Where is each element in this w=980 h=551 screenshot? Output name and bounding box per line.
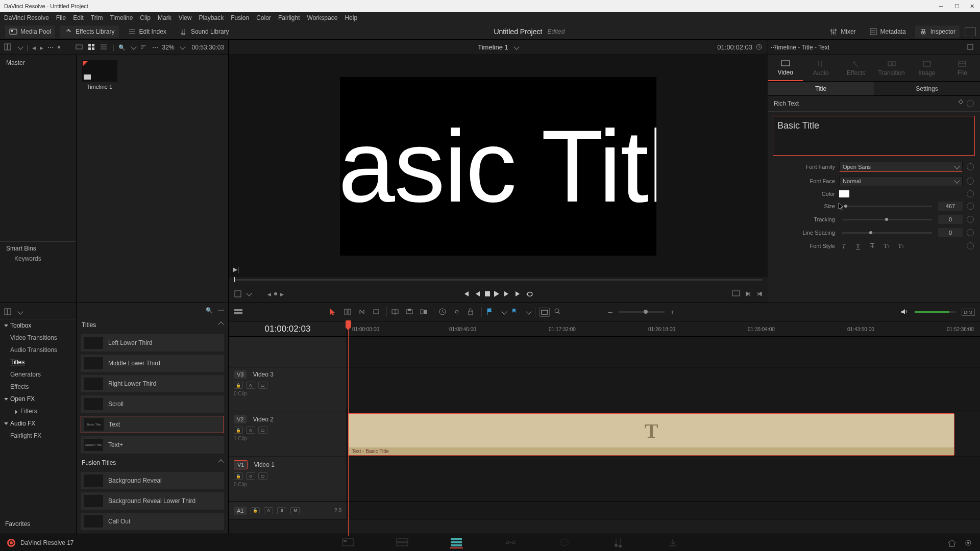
nav-more[interactable] <box>47 44 54 51</box>
track-auto-select[interactable]: ◇ <box>246 427 255 434</box>
subtab-settings[interactable]: Settings <box>874 82 980 95</box>
menu-playback[interactable]: Playback <box>199 14 224 21</box>
transform-overlay-icon[interactable] <box>234 290 242 298</box>
size-reset[interactable] <box>967 203 974 210</box>
track-body-v1[interactable] <box>347 457 980 502</box>
subscript-button[interactable]: T1 <box>896 241 905 251</box>
metadata-toggle[interactable]: Metadata <box>865 26 910 38</box>
timeline-dropdown[interactable] <box>513 44 519 49</box>
generators-item[interactable]: Generators <box>0 368 76 381</box>
italic-button[interactable]: T <box>839 241 848 251</box>
audio-transitions-item[interactable]: Audio Transitions <box>0 344 76 356</box>
master-bin[interactable]: Master <box>0 55 76 70</box>
bin-view-dropdown[interactable] <box>17 44 23 49</box>
font-face-reset[interactable] <box>967 178 974 185</box>
zoom-dropdown[interactable] <box>180 44 185 49</box>
viewer-scrubber[interactable] <box>229 277 768 285</box>
track-body-v2[interactable]: T Text - Basic Title <box>347 412 980 457</box>
edit-index-toggle[interactable]: Edit Index <box>124 26 170 38</box>
home-button[interactable] <box>947 539 957 547</box>
titles-item[interactable]: Titles <box>0 356 76 368</box>
tracking-value[interactable]: 0 <box>938 215 963 224</box>
track-disable[interactable]: ▭ <box>258 382 267 389</box>
overwrite-clip-button[interactable] <box>405 308 415 317</box>
menu-mark[interactable]: Mark <box>158 14 172 21</box>
track-mute[interactable]: M <box>290 507 300 514</box>
zoom-in-button[interactable]: + <box>671 309 674 316</box>
track-lock-icon[interactable]: 🔒 <box>251 507 260 514</box>
viewer-zoom[interactable]: 32% <box>162 44 175 51</box>
font-family-select[interactable]: Open Sans <box>839 162 963 172</box>
inspector-tab-audio[interactable]: Audio <box>803 55 838 81</box>
page-fusion[interactable] <box>504 537 517 548</box>
grid-view-icon[interactable] <box>88 43 96 52</box>
overlay-dropdown[interactable] <box>246 290 252 296</box>
line-spacing-reset[interactable] <box>967 229 974 236</box>
prev-frame-button[interactable] <box>475 290 481 297</box>
menu-clip[interactable]: Clip <box>140 14 151 21</box>
link-button[interactable] <box>453 308 463 317</box>
skip-next-icon[interactable]: ▶| <box>233 266 239 273</box>
page-fairlight[interactable] <box>612 537 625 548</box>
minimize-button[interactable]: ─ <box>939 3 945 9</box>
viewer-more[interactable] <box>770 43 777 51</box>
dim-button[interactable]: DIM <box>962 309 975 316</box>
zoom-slider[interactable] <box>619 311 665 313</box>
fusion-title-call-out[interactable]: Call Out <box>81 513 224 530</box>
flag-dropdown[interactable] <box>501 309 507 314</box>
project-settings-button[interactable] <box>964 539 973 547</box>
track-auto-select[interactable]: ◇ <box>246 472 255 480</box>
flag-button[interactable] <box>486 308 496 317</box>
snapping-button[interactable] <box>540 308 550 317</box>
loop-button[interactable] <box>526 290 534 297</box>
retime-button[interactable] <box>438 308 449 317</box>
tree-layout-dropdown[interactable] <box>17 309 23 314</box>
track-solo[interactable]: S <box>277 507 286 514</box>
favorites-header[interactable]: Favorites <box>5 520 30 528</box>
next-frame-button[interactable] <box>503 290 509 297</box>
track-lock-icon[interactable]: 🔒 <box>234 427 243 434</box>
font-family-reset[interactable] <box>967 163 974 170</box>
menu-davinci[interactable]: DaVinci Resolve <box>4 14 49 21</box>
inspector-tab-image[interactable]: Image <box>909 55 944 81</box>
jog-back[interactable] <box>267 290 271 297</box>
in-to-start-button[interactable] <box>756 291 763 297</box>
dynamic-trim-tool[interactable] <box>358 308 368 317</box>
track-body-a1[interactable] <box>347 502 980 519</box>
menu-workspace[interactable]: Workspace <box>307 14 338 21</box>
effects-library-toggle[interactable]: Effects Library <box>60 26 118 38</box>
jog-fwd[interactable] <box>280 290 284 297</box>
track-arm-record[interactable]: ◇ <box>264 507 273 514</box>
superscript-button[interactable]: T1 <box>882 241 891 251</box>
page-cut[interactable] <box>396 537 409 548</box>
size-value[interactable]: 467 <box>938 202 963 211</box>
first-frame-button[interactable] <box>462 290 471 297</box>
menu-color[interactable]: Color <box>256 14 271 21</box>
page-edit[interactable] <box>450 537 463 548</box>
page-color[interactable] <box>558 537 571 548</box>
mute-button[interactable] <box>900 308 909 316</box>
volume-slider[interactable] <box>915 311 955 313</box>
inspector-tab-video[interactable]: Video <box>768 55 803 81</box>
timeline-clip-text[interactable]: T Text - Basic Title <box>348 413 954 456</box>
track-tag-v1[interactable]: V1 <box>234 460 248 469</box>
blade-tool[interactable] <box>372 308 382 317</box>
tracking-reset[interactable] <box>967 216 974 223</box>
stop-button[interactable] <box>485 291 490 296</box>
close-button[interactable]: ✕ <box>970 3 976 9</box>
title-left-lower-third[interactable]: Left Lower Third <box>81 334 224 352</box>
search-dropdown[interactable] <box>131 44 136 49</box>
track-disable[interactable]: ▭ <box>258 427 267 434</box>
bin-more[interactable] <box>152 44 158 51</box>
effects-item[interactable]: Effects <box>0 381 76 393</box>
track-lock-icon[interactable]: 🔒 <box>234 382 243 389</box>
timeline-name[interactable]: Timeline 1 <box>478 43 508 51</box>
list-view-icon[interactable] <box>100 43 108 52</box>
line-spacing-value[interactable]: 0 <box>938 228 963 237</box>
maximize-button[interactable]: ☐ <box>954 3 961 9</box>
timeline-ruler[interactable]: 01:00:00:00 01:08:46:00 01:17:32:00 01:2… <box>347 321 980 336</box>
fusion-title-bg-reveal-lt[interactable]: Background Reveal Lower Third <box>81 492 224 510</box>
underline-button[interactable]: T <box>853 241 863 251</box>
playhead-icon[interactable] <box>346 320 351 328</box>
mixer-toggle[interactable]: Mixer <box>825 26 860 38</box>
